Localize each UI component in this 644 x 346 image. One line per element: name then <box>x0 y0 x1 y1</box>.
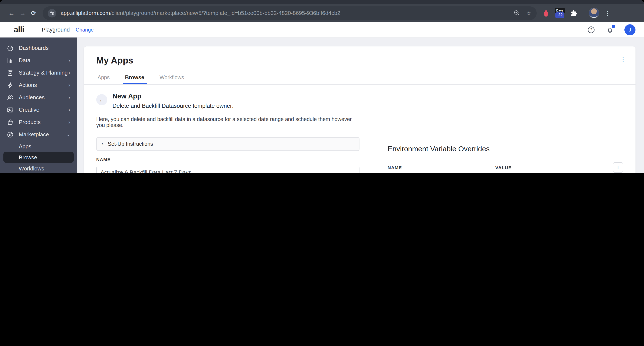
tab-workflows[interactable]: Workflows <box>160 75 184 84</box>
tabs-divider <box>84 84 636 85</box>
app-description: Here, you can delete and backfill data i… <box>96 116 360 128</box>
toolbar-divider <box>582 9 583 17</box>
env-value-column-label: VALUE <box>495 165 512 170</box>
main-area: ⋮ My Apps Apps Browse Workflows ← New Ap… <box>77 38 644 173</box>
sidebar-subitem-apps[interactable]: Apps <box>4 141 74 152</box>
zoom-out-icon[interactable] <box>514 10 520 16</box>
setup-instructions-accordion[interactable]: › Set-Up Instructions <box>96 137 360 151</box>
browser-chrome: ← → ⟳ app.alliplatform.com/client/playgr… <box>0 0 644 22</box>
add-env-variable-button[interactable]: + <box>613 162 623 173</box>
sidebar-item-marketplace[interactable]: Marketplace ⌄ <box>4 128 74 141</box>
bolt-icon <box>7 82 14 88</box>
env-variables-column: Environment Variable Overrides NAME VALU… <box>388 145 623 173</box>
window-top-strip <box>0 0 644 4</box>
plus-icon: + <box>616 164 620 171</box>
back-icon[interactable]: ← <box>6 8 17 19</box>
gauge-icon <box>7 45 14 51</box>
bookmark-star-icon[interactable]: ☆ <box>526 10 532 17</box>
url-domain: app.alliplatform.com <box>60 10 110 16</box>
compass-icon <box>7 131 14 138</box>
chevron-right-icon: › <box>68 70 70 76</box>
image-icon <box>7 106 14 113</box>
chevron-right-icon: › <box>68 107 70 113</box>
help-icon[interactable]: ? <box>587 25 596 34</box>
sidebar-item-data[interactable]: Data › <box>4 54 74 67</box>
bell-icon[interactable] <box>606 25 614 34</box>
tab-apps[interactable]: Apps <box>98 75 110 84</box>
chevron-right-icon: › <box>68 57 70 64</box>
clipboard-icon <box>7 69 14 76</box>
bar-chart-icon <box>7 57 14 64</box>
user-avatar[interactable]: J <box>624 24 636 35</box>
sidebar-item-creative[interactable]: Creative › <box>4 104 74 116</box>
card-menu-kebab-icon[interactable]: ⋮ <box>620 56 626 63</box>
env-overrides-heading: Environment Variable Overrides <box>388 145 623 153</box>
app-header: alli Playground Change ? J <box>0 22 644 38</box>
sidebar: Dashboards Data › Strategy & Planning › … <box>0 38 77 173</box>
alli-logo: alli <box>14 25 24 34</box>
app-subtitle: Delete and Backfill Datasource template … <box>112 103 234 109</box>
chevron-right-icon: › <box>68 82 70 88</box>
svg-text:?: ? <box>590 28 592 32</box>
name-input[interactable] <box>96 167 360 173</box>
screen: ← → ⟳ app.alliplatform.com/client/playgr… <box>0 0 644 173</box>
url-path: /client/playground/marketplace/new/5/?te… <box>110 10 340 16</box>
sidebar-item-audiences[interactable]: Audiences › <box>4 91 74 104</box>
app-heading: New App <box>112 93 234 100</box>
back-button[interactable]: ← <box>96 94 107 105</box>
chevron-right-icon: › <box>68 94 70 101</box>
tab-bar: Apps Browse Workflows <box>96 75 623 84</box>
tab-browse[interactable]: Browse <box>125 75 144 84</box>
chevron-right-icon: › <box>68 119 70 125</box>
logo-container[interactable]: alli <box>0 22 38 37</box>
reload-icon[interactable]: ⟳ <box>28 8 39 19</box>
sidebar-subitem-workflows[interactable]: Workflows <box>4 163 74 173</box>
chevron-down-icon: ⌄ <box>66 132 70 137</box>
browser-menu-kebab-icon[interactable]: ⋮ <box>604 10 610 17</box>
days-extension-badge[interactable]: Days -22 <box>555 8 564 18</box>
extensions-puzzle-icon[interactable] <box>570 10 577 17</box>
users-icon <box>7 94 14 101</box>
my-apps-card: ⋮ My Apps Apps Browse Workflows ← New Ap… <box>84 47 636 173</box>
page-title: My Apps <box>96 55 623 66</box>
name-label: NAME <box>96 157 360 162</box>
sidebar-item-products[interactable]: Products › <box>4 116 74 128</box>
sidebar-item-strategy-planning[interactable]: Strategy & Planning › <box>4 67 74 79</box>
forward-icon[interactable]: → <box>17 8 28 19</box>
workspace-name: Playground <box>42 27 70 33</box>
profile-avatar[interactable] <box>588 8 599 18</box>
app-config-column: ← New App Delete and Backfill Datasource… <box>96 93 360 173</box>
notification-dot <box>612 25 615 28</box>
bag-icon <box>7 119 14 126</box>
env-name-column-label: NAME <box>388 165 402 170</box>
sidebar-item-actions[interactable]: Actions › <box>4 79 74 91</box>
sidebar-subitem-browse[interactable]: Browse <box>4 152 74 163</box>
sidebar-item-dashboards[interactable]: Dashboards <box>4 42 74 54</box>
url-bar[interactable]: app.alliplatform.com/client/playground/m… <box>42 6 537 20</box>
chevron-right-icon: › <box>102 141 104 147</box>
change-workspace-link[interactable]: Change <box>76 27 94 33</box>
strawberry-extension-icon[interactable] <box>543 9 550 17</box>
site-settings-icon[interactable] <box>48 9 56 17</box>
